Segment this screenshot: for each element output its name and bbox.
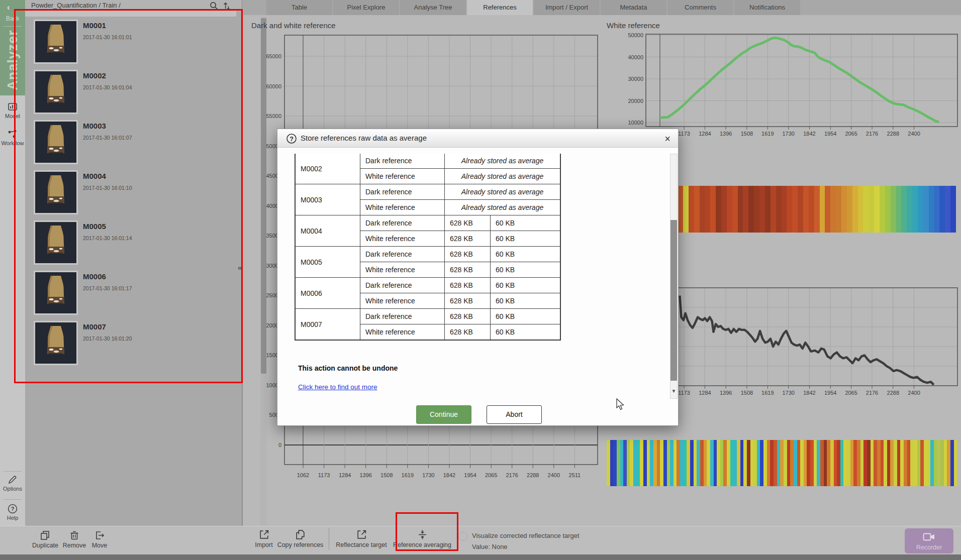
- table-row-m0002: M0002Dark referenceAlready stored as ave…: [296, 154, 560, 184]
- thumbnail: [34, 170, 78, 214]
- help-circle-icon[interactable]: ?: [286, 133, 297, 144]
- svg-text:2400: 2400: [908, 131, 920, 137]
- svg-text:1396: 1396: [720, 131, 732, 137]
- divider: [4, 499, 22, 500]
- svg-text:?: ?: [290, 136, 294, 143]
- visualize-toggle[interactable]: [458, 532, 467, 541]
- collapse-panel-icon[interactable]: «: [238, 263, 242, 272]
- type-cell: White reference: [360, 169, 444, 184]
- avg-size-cell: 60 KB: [491, 309, 560, 324]
- tab-references[interactable]: References: [467, 0, 533, 15]
- item-timestamp: 2017-01-30 16:01:01: [83, 34, 132, 40]
- svg-text:1730: 1730: [422, 472, 434, 478]
- duplicate-label: Duplicate: [32, 542, 58, 549]
- avg-size-cell: 60 KB: [491, 293, 560, 308]
- remove-label: Remove: [63, 542, 86, 549]
- svg-text:1619: 1619: [761, 390, 774, 396]
- options-pencil-icon: [7, 474, 18, 485]
- type-cell: White reference: [360, 293, 444, 308]
- warning-text: This action cannot be undone: [298, 364, 398, 372]
- list-item-m0007[interactable]: M00072017-01-30 16:01:20: [33, 320, 231, 370]
- svg-text:1396: 1396: [359, 472, 371, 478]
- continue-button[interactable]: Continue: [416, 405, 471, 424]
- status-cell: Already stored as average: [445, 154, 560, 168]
- tab-comments[interactable]: Comments: [667, 0, 733, 15]
- breadcrumb[interactable]: Powder_Quantification / Train /: [31, 2, 121, 9]
- svg-text:0: 0: [278, 442, 281, 448]
- item-name: M0005: [83, 222, 106, 231]
- remove-button[interactable]: Remove: [61, 530, 87, 549]
- breadcrumb-bar: Powder_Quantification / Train /: [25, 0, 242, 11]
- back-chevron-icon[interactable]: ‹: [7, 3, 10, 12]
- white-reference-chart: 1000020000300004000050000117312841396150…: [623, 30, 961, 138]
- duplicate-icon: [40, 530, 51, 541]
- list-item-m0001[interactable]: M00012017-01-30 16:01:01: [33, 19, 231, 69]
- copy-references-button[interactable]: Copy references: [276, 529, 324, 548]
- reflectance-target-button[interactable]: Reflectance target: [334, 529, 389, 548]
- svg-text:1842: 1842: [803, 390, 815, 396]
- bottom-edge-strip: [0, 554, 961, 560]
- reference-averaging-button[interactable]: Reference averaging: [392, 529, 452, 548]
- table-row-m0003: M0003Dark referenceAlready stored as ave…: [296, 184, 560, 215]
- copy-references-icon: [295, 529, 306, 540]
- analyzer-module-rail[interactable]: ‹ Back Analyzer: [0, 0, 25, 95]
- panel-divider: [242, 0, 243, 554]
- search-icon[interactable]: [209, 1, 219, 11]
- list-item-m0005[interactable]: M00052017-01-30 16:01:14: [33, 219, 231, 270]
- close-icon[interactable]: ×: [661, 133, 674, 145]
- thumbnail: [34, 220, 78, 265]
- avg-size-cell: 60 KB: [491, 262, 560, 277]
- svg-text:2288: 2288: [887, 131, 899, 137]
- app-window: ‹ Back Analyzer Model Workflow: [0, 0, 961, 560]
- import-label: Import: [255, 541, 272, 548]
- list-item-m0006[interactable]: M00062017-01-30 16:01:17: [33, 270, 231, 320]
- sample-cell: M0007: [296, 309, 360, 340]
- svg-text:2400: 2400: [908, 390, 920, 396]
- tab-analyse-tree[interactable]: Analyse Tree: [400, 0, 466, 15]
- raw-size-cell: 628 KB: [445, 262, 490, 277]
- thumbnail: [34, 70, 78, 114]
- sidebar-item-model[interactable]: Model: [0, 101, 25, 119]
- sidebar-item-options[interactable]: Options: [0, 474, 25, 492]
- find-out-more-link[interactable]: Click here to find out more: [298, 383, 377, 391]
- references-table: M0002Dark referenceAlready stored as ave…: [295, 154, 561, 341]
- svg-text:1954: 1954: [824, 390, 836, 396]
- tab-bar: TablePixel ExploreAnalyse TreeReferences…: [242, 0, 961, 15]
- svg-text:1284: 1284: [339, 472, 351, 478]
- table-row-m0006: M0006Dark reference628 KB60 KBWhite refe…: [296, 278, 560, 308]
- item-timestamp: 2017-01-30 16:01:04: [83, 84, 132, 90]
- type-cell: Dark reference: [360, 154, 444, 168]
- sidebar-item-help[interactable]: ? Help: [0, 503, 25, 521]
- item-name: M0007: [83, 322, 106, 331]
- svg-text:30000: 30000: [628, 76, 643, 82]
- move-button[interactable]: Move: [88, 530, 111, 549]
- tab-import-export[interactable]: Import / Export: [534, 0, 600, 15]
- item-timestamp: 2017-01-30 16:01:10: [83, 185, 132, 191]
- list-item-m0003[interactable]: M00032017-01-30 16:01:07: [33, 119, 231, 169]
- dialog-scrollbar-thumb[interactable]: [670, 220, 677, 381]
- tab-notifications[interactable]: Notifications: [734, 0, 800, 15]
- list-item-m0004[interactable]: M00042017-01-30 16:01:10: [33, 169, 231, 219]
- item-timestamp: 2017-01-30 16:01:17: [83, 285, 132, 291]
- sort-icon[interactable]: [222, 1, 232, 11]
- svg-text:1842: 1842: [803, 131, 815, 137]
- type-cell: White reference: [360, 200, 444, 215]
- scroll-down-arrow-icon[interactable]: ▼: [670, 387, 678, 395]
- import-button[interactable]: Import: [251, 529, 276, 548]
- tab-pixel-explore[interactable]: Pixel Explore: [333, 0, 399, 15]
- recorder-button[interactable]: Recorder: [905, 528, 953, 553]
- recorder-label: Recorder: [905, 544, 953, 551]
- svg-text:2176: 2176: [866, 131, 878, 137]
- duplicate-button[interactable]: Duplicate: [31, 530, 59, 549]
- item-timestamp: 2017-01-30 16:01:07: [83, 135, 132, 141]
- tab-table[interactable]: Table: [266, 0, 332, 15]
- mouse-cursor: [616, 398, 625, 411]
- thumbnail: [34, 271, 78, 315]
- list-item-m0002[interactable]: M00022017-01-30 16:01:04: [33, 69, 231, 119]
- svg-text:1619: 1619: [402, 472, 414, 478]
- tab-metadata[interactable]: Metadata: [601, 0, 666, 15]
- svg-text:1730: 1730: [782, 390, 794, 396]
- abort-button[interactable]: Abort: [487, 405, 542, 424]
- sidebar-item-workflow[interactable]: Workflow: [0, 129, 25, 146]
- svg-text:2511: 2511: [569, 472, 581, 478]
